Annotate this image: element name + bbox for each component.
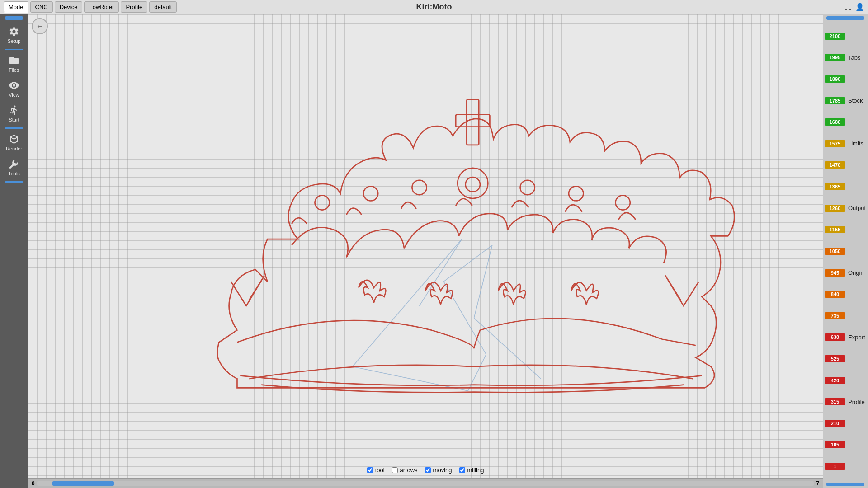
canvas-area[interactable]: ←	[28, 14, 823, 488]
right-scroll-top	[826, 16, 864, 20]
eye-icon	[9, 80, 19, 91]
main-layout: Setup Files View Start Rende	[0, 14, 868, 488]
depth-badge-1890[interactable]: 1890	[825, 75, 845, 83]
sidebar-tools-label: Tools	[8, 171, 20, 176]
bottom-controls-bar: tool arrows moving milling	[28, 462, 823, 478]
depth-label-stock[interactable]: Stock	[848, 97, 863, 104]
svg-rect-8	[467, 99, 479, 145]
back-button[interactable]: ←	[32, 18, 48, 34]
svg-point-15	[520, 180, 535, 195]
scroll-right-value: 7	[816, 480, 819, 487]
gear-icon	[9, 26, 19, 37]
depth-badge-420[interactable]: 420	[825, 377, 845, 384]
topbar: Mode CNC Device LowRider Profile default…	[0, 0, 868, 14]
canvas-svg[interactable]	[28, 14, 823, 488]
depth-label-tabs[interactable]: Tabs	[848, 54, 860, 61]
depth-badge-1260[interactable]: 1260	[825, 205, 845, 212]
depth-label-expert[interactable]: Expert	[848, 334, 865, 341]
moving-checkbox[interactable]	[425, 467, 431, 473]
depth-badge-210[interactable]: 210	[825, 420, 845, 427]
moving-checkbox-group: moving	[425, 467, 452, 474]
tab-default[interactable]: default	[149, 1, 177, 13]
depth-row-525: 525	[825, 355, 866, 362]
arrows-label[interactable]: arrows	[400, 467, 418, 474]
depth-badge-105[interactable]: 105	[825, 441, 845, 448]
tool-checkbox[interactable]	[367, 467, 373, 473]
arrows-checkbox[interactable]	[392, 467, 398, 473]
svg-point-14	[466, 177, 480, 192]
depth-row-1995: 1995 Tabs	[825, 54, 866, 61]
person-run-icon	[9, 105, 19, 116]
depth-row-210: 210	[825, 420, 866, 427]
sidebar-setup-label: Setup	[8, 38, 21, 44]
depth-label-output[interactable]: Output	[848, 205, 866, 211]
depth-row-1: 1	[825, 463, 866, 470]
tab-mode[interactable]: Mode	[4, 1, 28, 13]
svg-point-16	[569, 186, 583, 201]
sidebar-files-label: Files	[9, 67, 19, 73]
depth-badge-1680[interactable]: 1680	[825, 118, 845, 126]
depth-badge-1470[interactable]: 1470	[825, 161, 845, 169]
depth-row-1260: 1260 Output	[825, 205, 866, 212]
sidebar-item-render[interactable]: Render	[1, 130, 27, 155]
h-scrollbar-thumb[interactable]	[52, 481, 114, 486]
h-scrollbar-track[interactable]	[37, 481, 815, 486]
sidebar-sep-1	[5, 49, 23, 50]
depth-label-origin[interactable]: Origin	[848, 269, 864, 276]
depth-badge-840[interactable]: 840	[825, 291, 845, 298]
right-panel: 2100 1995 Tabs 1890 1785 Stock 1680	[823, 14, 868, 488]
depth-row-1155: 1155	[825, 226, 866, 233]
depth-badge-315[interactable]: 315	[825, 398, 845, 405]
depth-badge-525[interactable]: 525	[825, 355, 845, 362]
depth-badge-1365[interactable]: 1365	[825, 183, 845, 190]
depth-row-2100: 2100	[825, 33, 866, 40]
right-panel-items: 2100 1995 Tabs 1890 1785 Stock 1680	[823, 22, 868, 481]
scroll-left-value: 0	[32, 480, 35, 487]
h-scrollbar-container: 0 7	[28, 478, 823, 488]
depth-badge-735[interactable]: 735	[825, 312, 845, 319]
tab-profile[interactable]: Profile	[121, 1, 147, 13]
depth-badge-1050[interactable]: 1050	[825, 248, 845, 255]
sidebar-view-label: View	[9, 92, 19, 98]
depth-badge-945[interactable]: 945	[825, 269, 845, 277]
tab-device[interactable]: Device	[55, 1, 83, 13]
svg-point-12	[363, 186, 378, 201]
depth-row-1470: 1470	[825, 161, 866, 169]
sidebar-item-files[interactable]: Files	[1, 52, 27, 76]
depth-badge-2100[interactable]: 2100	[825, 33, 845, 40]
depth-row-1365: 1365	[825, 183, 866, 190]
user-icon[interactable]: 👤	[855, 3, 864, 11]
depth-badge-1575[interactable]: 1575	[825, 140, 845, 147]
milling-checkbox-group: milling	[459, 467, 484, 474]
depth-label-limits[interactable]: Limits	[848, 140, 863, 147]
sidebar-item-tools[interactable]: Tools	[1, 155, 27, 180]
milling-checkbox[interactable]	[459, 467, 465, 473]
depth-row-840: 840	[825, 291, 866, 298]
depth-label-profile[interactable]: Profile	[848, 399, 865, 405]
sidebar-sep-3	[5, 181, 23, 183]
milling-label[interactable]: milling	[467, 467, 484, 474]
sidebar-item-view[interactable]: View	[1, 76, 27, 101]
tool-path-lines	[353, 239, 541, 391]
top-right-icons: ⛶ 👤	[844, 3, 864, 11]
moving-label[interactable]: moving	[433, 467, 452, 474]
depth-badge-1785[interactable]: 1785	[825, 97, 845, 104]
sidebar-sep-2	[5, 127, 23, 129]
sidebar-render-label: Render	[6, 146, 22, 151]
depth-row-1680: 1680	[825, 118, 866, 126]
depth-badge-1995[interactable]: 1995	[825, 54, 845, 61]
tab-cnc[interactable]: CNC	[30, 1, 53, 13]
svg-point-11	[315, 195, 329, 210]
tool-label[interactable]: tool	[375, 467, 385, 474]
sidebar-item-setup[interactable]: Setup	[1, 23, 27, 47]
svg-point-17	[616, 195, 630, 210]
depth-badge-630[interactable]: 630	[825, 333, 845, 341]
tab-lowrider[interactable]: LowRider	[84, 1, 119, 13]
expand-icon[interactable]: ⛶	[844, 3, 852, 11]
depth-badge-1[interactable]: 1	[825, 463, 845, 470]
tool-checkbox-group: tool	[367, 467, 385, 474]
depth-badge-1155[interactable]: 1155	[825, 226, 845, 233]
sidebar-item-start[interactable]: Start	[1, 101, 27, 126]
arrows-checkbox-group: arrows	[392, 467, 418, 474]
crown-outline	[217, 99, 735, 392]
